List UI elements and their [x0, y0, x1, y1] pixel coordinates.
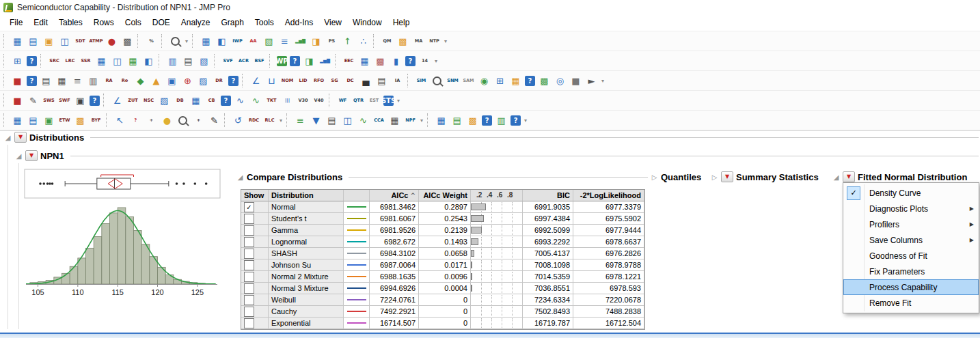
- checkbox-checked[interactable]: ✓: [244, 202, 254, 212]
- disclosure-collapsed-icon[interactable]: ▷: [651, 173, 658, 181]
- table-icon[interactable]: ▦: [94, 54, 109, 68]
- npf-icon[interactable]: NPF: [403, 113, 418, 128]
- fitted-normal-title[interactable]: Fitted Normal Distribution: [858, 172, 967, 182]
- byf-icon[interactable]: BYF: [89, 113, 103, 128]
- menu-rows[interactable]: Rows: [88, 16, 120, 29]
- help2-icon[interactable]: ?: [511, 115, 521, 126]
- n14-icon[interactable]: 14: [418, 54, 432, 68]
- v30-icon[interactable]: V30: [296, 94, 310, 108]
- ma-icon[interactable]: MA: [411, 34, 426, 48]
- toolbar-group-handle[interactable]: [106, 113, 109, 127]
- menu-add-ins[interactable]: Add-Ins: [280, 16, 318, 29]
- help-icon[interactable]: ?: [221, 96, 231, 106]
- ssr-icon[interactable]: SSR: [79, 54, 93, 68]
- shuffle-icon[interactable]: ▩: [537, 74, 552, 88]
- checkbox-unchecked[interactable]: [244, 283, 254, 294]
- v40-icon[interactable]: V40: [312, 94, 326, 108]
- est-icon[interactable]: EST: [367, 94, 381, 108]
- toolbar-overflow-button[interactable]: ▾: [185, 38, 188, 44]
- swf-icon[interactable]: SWF: [57, 94, 72, 108]
- checkbox-unchecked[interactable]: [244, 295, 254, 305]
- sort-down-icon[interactable]: ▼: [309, 113, 323, 128]
- toolbar-overflow-button[interactable]: ▾: [524, 117, 527, 124]
- summary-statistics-title[interactable]: Summary Statistics: [736, 172, 819, 182]
- flag-icon[interactable]: ▲: [149, 74, 163, 88]
- menu-item-fix-parameters[interactable]: Fix Parameters: [843, 264, 979, 279]
- db-icon[interactable]: DB: [173, 94, 187, 108]
- table-icon[interactable]: ▦: [199, 34, 213, 48]
- album-icon[interactable]: ▩: [73, 113, 87, 128]
- toolbar-group-handle[interactable]: [335, 54, 338, 68]
- cursor-icon[interactable]: ►: [584, 74, 599, 88]
- toolbar-group-handle[interactable]: [40, 54, 43, 68]
- menu-item-density-curve[interactable]: ✓Density Curve: [843, 185, 979, 201]
- search-icon[interactable]: [168, 34, 182, 48]
- wave-icon[interactable]: ∿: [233, 94, 247, 108]
- journal-icon[interactable]: ▤: [26, 113, 40, 128]
- percent-icon[interactable]: %: [144, 34, 159, 48]
- ps-icon[interactable]: PS: [325, 34, 339, 48]
- split-icon[interactable]: ▧: [197, 54, 211, 68]
- menu-item-remove-fit[interactable]: Remove Fit: [843, 295, 979, 311]
- search2-icon[interactable]: [430, 74, 444, 88]
- help-icon[interactable]: ?: [228, 76, 239, 86]
- brush-icon[interactable]: ✎: [26, 94, 40, 108]
- cb-icon[interactable]: CB: [204, 94, 219, 108]
- find-icon[interactable]: ◆: [133, 74, 148, 88]
- toolbar-overflow-button[interactable]: ▾: [280, 117, 282, 124]
- checkbox-unchecked[interactable]: [244, 318, 254, 328]
- camera-icon[interactable]: ▣: [73, 94, 87, 108]
- cca-icon[interactable]: CCA: [372, 113, 386, 128]
- disclosure-expanded-icon[interactable]: ◢: [236, 173, 244, 181]
- redo-icon[interactable]: ↺: [231, 113, 245, 128]
- scatter-icon[interactable]: ∴: [356, 34, 370, 48]
- menu-item-goodness-of-fit[interactable]: Goodness of Fit: [843, 248, 979, 264]
- sort-az-icon[interactable]: ≡: [293, 113, 308, 128]
- compare-icon[interactable]: ◨: [309, 34, 323, 48]
- target-icon[interactable]: ⊕: [180, 74, 195, 88]
- doc-icon[interactable]: ▤: [375, 74, 389, 88]
- disclosure-expanded-icon[interactable]: ◢: [4, 134, 12, 141]
- snm-icon[interactable]: SNM: [446, 74, 460, 88]
- menu-analyze[interactable]: Analyze: [176, 16, 216, 29]
- toolbar-group-handle[interactable]: [103, 94, 106, 107]
- column-icon[interactable]: ▮: [389, 54, 403, 68]
- rdc-icon[interactable]: RDC: [247, 113, 261, 128]
- help-icon[interactable]: ?: [27, 76, 37, 86]
- menu-cols[interactable]: Cols: [120, 16, 147, 29]
- distribution-histogram[interactable]: 105110115120125: [23, 168, 223, 303]
- palette-icon[interactable]: ■: [10, 94, 25, 108]
- new-journal-icon[interactable]: ▤: [26, 34, 40, 48]
- wave2-icon[interactable]: ∿: [356, 113, 370, 128]
- menu-edit[interactable]: Edit: [28, 16, 53, 29]
- fitted-red-triangle-button[interactable]: ▼: [843, 171, 855, 182]
- toolbar-overflow-button[interactable]: ▾: [444, 38, 447, 44]
- rfo-icon[interactable]: RFO: [312, 74, 326, 88]
- checkbox-unchecked[interactable]: [244, 307, 254, 317]
- plus-tool-icon[interactable]: +: [191, 113, 206, 128]
- car-icon[interactable]: ▄: [359, 74, 373, 88]
- acr-icon[interactable]: ACR: [236, 54, 251, 68]
- box-icon[interactable]: ■: [569, 74, 583, 88]
- axis-icon[interactable]: ∠: [110, 94, 124, 108]
- col-header-bic[interactable]: BIC: [523, 190, 573, 201]
- angle-icon[interactable]: ∠: [249, 74, 263, 88]
- crosshair-tool-icon[interactable]: +: [144, 113, 159, 128]
- hist-icon[interactable]: ▂▅▇: [318, 54, 332, 68]
- sam-icon[interactable]: SAM: [461, 74, 476, 88]
- menu-item-diagnostic-plots[interactable]: Diagnostic Plots▶: [843, 201, 979, 216]
- sim-icon[interactable]: SIM: [414, 74, 428, 88]
- col-header-loglik[interactable]: -2*LogLikelihood: [573, 190, 644, 201]
- list-icon[interactable]: ≡: [70, 74, 85, 88]
- help-icon[interactable]: ?: [90, 96, 100, 106]
- help-icon[interactable]: ?: [525, 76, 535, 86]
- calendar-icon[interactable]: ▦: [508, 74, 523, 88]
- ntp-icon[interactable]: NTP: [427, 34, 441, 48]
- toolbar-group-handle[interactable]: [3, 34, 6, 48]
- compare-distributions-title[interactable]: Compare Distributions: [247, 172, 342, 182]
- distributions-title[interactable]: Distributions: [29, 132, 84, 143]
- rlc-icon[interactable]: RLC: [262, 113, 277, 128]
- join-icon[interactable]: ◫: [110, 54, 124, 68]
- help-tool-icon[interactable]: ?: [128, 113, 143, 128]
- toolbar-overflow-button[interactable]: ▾: [435, 58, 437, 64]
